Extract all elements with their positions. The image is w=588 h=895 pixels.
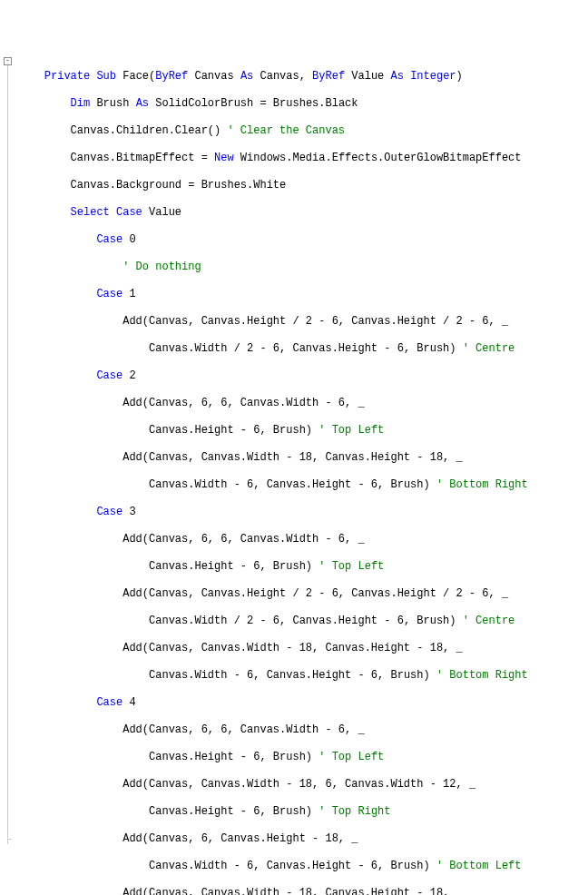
code-text: Windows.Media.Effects.OuterGlowBitmapEff… [234,152,522,164]
code-line[interactable]: Canvas.Height - 6, Brush) ' Top Left [18,424,534,438]
code-line[interactable]: Add(Canvas, 6, 6, Canvas.Width - 6, _ [18,397,534,410]
code-line[interactable]: Dim Brush As SolidColorBrush = Brushes.B… [18,97,534,111]
code-line[interactable]: Case 2 [18,369,534,383]
keyword: New [214,152,234,164]
code-text: Add(Canvas, Canvas.Height / 2 - 6, Canva… [122,587,508,600]
code-line[interactable]: Canvas.Height - 6, Brush) ' Top Left [18,751,534,764]
code-text: 4 [122,696,135,709]
keyword: Case [96,506,122,518]
code-line[interactable]: Canvas.Width / 2 - 6, Canvas.Height - 6,… [18,342,534,356]
code-editor[interactable]: - Private Sub Face(ByRef Canvas As Canva… [0,54,588,895]
comment: ' Bottom Left [436,860,522,872]
code-text: 0 [122,233,135,246]
code-line[interactable]: Canvas.Width - 6, Canvas.Height - 6, Bru… [18,478,534,492]
keyword: Case [96,369,122,382]
comment: ' Bottom Right [436,478,528,491]
code-text: Canvas, [253,70,312,83]
code-text: Add(Canvas, 6, 6, Canvas.Width - 6, _ [122,723,364,736]
code-text: Add(Canvas, 6, Canvas.Height - 18, _ [122,832,358,845]
code-line[interactable]: Add(Canvas, Canvas.Height / 2 - 6, Canva… [18,315,534,329]
code-text: Value [345,70,390,83]
code-text: Value [142,206,181,219]
code-line[interactable]: Select Case Value [18,206,534,220]
outline-line [7,65,8,844]
code-line[interactable]: Private Sub Face(ByRef Canvas As Canvas,… [18,70,534,84]
code-line[interactable]: Case 4 [18,696,534,710]
code-text: Canvas.Width / 2 - 6, Canvas.Height - 6,… [149,615,463,627]
keyword: ByRef [312,70,345,83]
code-text: Add(Canvas, 6, 6, Canvas.Width - 6, _ [122,533,364,546]
code-text: Canvas.Width - 6, Canvas.Height - 6, Bru… [149,478,436,491]
code-text: SolidColorBrush = Brushes.Black [149,97,358,110]
keyword: As Integer [391,70,456,83]
code-text: Add(Canvas, Canvas.Height / 2 - 6, Canva… [122,315,508,328]
code-text: Canvas.Height - 6, Brush) [149,805,318,818]
code-line[interactable]: Canvas.Background = Brushes.White [18,179,534,192]
code-text: Canvas.Background = Brushes.White [71,179,287,192]
collapse-end-icon [7,835,12,840]
outline-gutter: - [0,54,16,895]
code-text: ) [456,70,463,83]
keyword: Select Case [71,206,142,219]
code-line[interactable]: Canvas.Children.Clear() ' Clear the Canv… [18,124,534,138]
code-line[interactable]: Case 3 [18,506,534,519]
code-line[interactable]: Case 1 [18,288,534,301]
keyword: As [136,97,149,110]
code-text: Canvas.Height - 6, Brush) [149,424,318,437]
code-text: Add(Canvas, Canvas.Width - 18, 6, Canvas… [122,778,475,791]
comment: ' Top Left [318,751,384,763]
code-line[interactable]: Add(Canvas, Canvas.Width - 18, Canvas.He… [18,642,534,655]
code-line[interactable]: Add(Canvas, Canvas.Width - 18, Canvas.He… [18,451,534,465]
keyword: As [240,70,253,83]
code-text: Canvas.BitmapEffect = [71,152,214,164]
code-line[interactable]: Add(Canvas, 6, Canvas.Height - 18, _ [18,832,534,846]
code-text: Add(Canvas, 6, 6, Canvas.Width - 6, _ [122,397,364,409]
code-text: Add(Canvas, Canvas.Width - 18, Canvas.He… [122,451,462,464]
code-line[interactable]: Canvas.Height - 6, Brush) ' Top Left [18,560,534,574]
comment: ' Top Left [318,424,384,437]
keyword: Case [96,233,122,246]
code-text: Canvas.Width / 2 - 6, Canvas.Height - 6,… [149,342,463,355]
code-text: 1 [122,288,135,300]
code-line[interactable]: Canvas.Width / 2 - 6, Canvas.Height - 6,… [18,615,534,628]
code-body[interactable]: Private Sub Face(ByRef Canvas As Canvas,… [16,54,534,895]
code-text: Face( [116,70,155,83]
code-line[interactable]: Canvas.Width - 6, Canvas.Height - 6, Bru… [18,860,534,873]
keyword: Case [96,696,122,709]
comment: ' Top Left [318,560,384,573]
code-text: Canvas.Height - 6, Brush) [149,560,318,573]
code-line[interactable]: Case 0 [18,233,534,247]
comment: ' Centre [463,615,515,627]
code-line[interactable]: Add(Canvas, Canvas.Width - 18, 6, Canvas… [18,778,534,792]
code-text: Add(Canvas, Canvas.Width - 18, Canvas.He… [122,887,462,895]
keyword: Case [96,288,122,300]
code-line[interactable]: Canvas.BitmapEffect = New Windows.Media.… [18,152,534,165]
code-line[interactable]: Add(Canvas, 6, 6, Canvas.Width - 6, _ [18,723,534,737]
collapse-box-icon[interactable]: - [4,57,12,65]
code-text: 2 [122,369,135,382]
code-line[interactable]: Add(Canvas, Canvas.Height / 2 - 6, Canva… [18,587,534,601]
code-line[interactable]: Canvas.Height - 6, Brush) ' Top Right [18,805,534,819]
code-line[interactable]: ' Do nothing [18,261,534,274]
comment: ' Centre [463,342,515,355]
comment: ' Top Right [318,805,390,818]
keyword: Dim [71,97,91,110]
code-line[interactable]: Add(Canvas, 6, 6, Canvas.Width - 6, _ [18,533,534,546]
code-text: Canvas.Height - 6, Brush) [149,751,318,763]
comment: ' Bottom Right [436,669,528,682]
code-text: Canvas.Width - 6, Canvas.Height - 6, Bru… [149,669,436,682]
code-text: 3 [122,506,135,518]
code-text: Add(Canvas, Canvas.Width - 18, Canvas.He… [122,642,462,654]
comment: ' Clear the Canvas [227,124,345,137]
code-line[interactable]: Add(Canvas, Canvas.Width - 18, Canvas.He… [18,887,534,895]
keyword: Private Sub [44,70,116,83]
keyword: ByRef [155,70,188,83]
code-text: Brush [90,97,135,110]
code-line[interactable]: Canvas.Width - 6, Canvas.Height - 6, Bru… [18,669,534,683]
code-text: Canvas [188,70,240,83]
code-text: Canvas.Width - 6, Canvas.Height - 6, Bru… [149,860,436,872]
code-text: Canvas.Children.Clear() [71,124,228,137]
comment: ' Do nothing [122,261,201,273]
